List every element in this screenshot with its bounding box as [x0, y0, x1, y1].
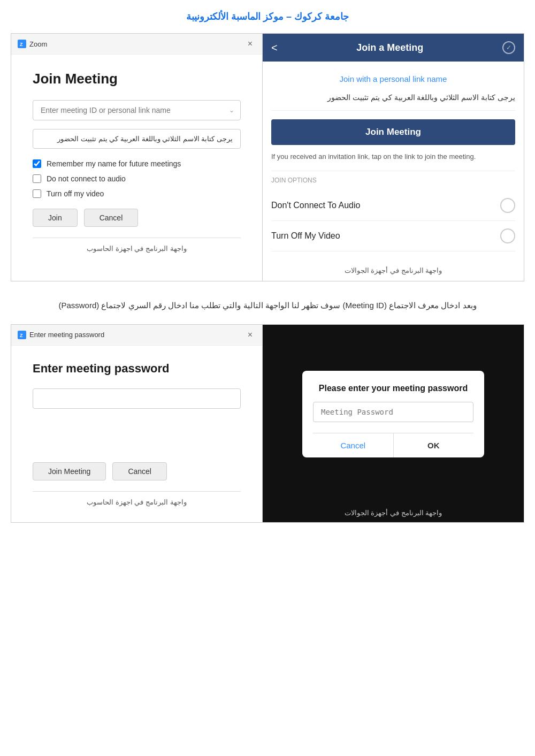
bottom-zoom-icon: Z	[18, 331, 26, 339]
page-header: جامعة كركوك – موكز الماسبة الألكترونيبة	[11, 11, 524, 22]
password-input[interactable]	[33, 388, 241, 409]
bottom-divider	[33, 491, 241, 492]
window-close-button[interactable]: ×	[244, 38, 256, 50]
window-title-text: Zoom	[29, 40, 47, 48]
turn-off-video-toggle[interactable]	[500, 228, 515, 243]
divider	[33, 238, 241, 238]
mobile-password-input[interactable]	[313, 402, 473, 422]
join-options-label: JOIN OPTIONS	[271, 171, 515, 184]
turn-off-video-row: Turn Off My Video	[271, 221, 515, 251]
bottom-window-close-button[interactable]: ×	[244, 329, 256, 341]
action-buttons: Join Cancel	[33, 209, 241, 227]
bottom-cancel-button[interactable]: Cancel	[112, 462, 167, 480]
bottom-window-title-bar: Z Enter meeting password ×	[11, 325, 262, 346]
bottom-mobile-footer-label: واجهة البرنامج في أجهزة الجوالات	[263, 503, 524, 522]
right-mobile-panel: < Join a Meeting ✓ Join with a personal …	[263, 34, 524, 281]
mobile-pwd-section: Please enter your meeting password Cance…	[263, 325, 524, 503]
remember-name-label: Remember my name for future meetings	[47, 159, 181, 168]
turn-off-video-item[interactable]: Turn off my video	[33, 189, 241, 198]
left-bottom-desktop-panel: Z Enter meeting password × Enter meeting…	[11, 325, 263, 522]
mobile-join-meeting-button[interactable]: Join Meeting	[271, 119, 515, 145]
enter-pwd-title: Enter meeting password	[33, 362, 241, 376]
svg-text:Z: Z	[20, 42, 23, 47]
desktop-footer-label: واجهة البرنامج في اجهزة الحاسوب	[33, 245, 241, 253]
left-desktop-panel: Z Zoom × Join Meeting ⌄ يرجى كتابة الاسم…	[11, 34, 263, 281]
middle-description-text: وبعد ادخال معرف الاجتماع (Meeting ID) سو…	[11, 297, 524, 314]
password-dialog: Please enter your meeting password Cance…	[302, 371, 484, 457]
zoom-icon: Z	[18, 40, 26, 48]
bottom-action-buttons: Join Meeting Cancel	[33, 462, 241, 480]
svg-text:Z: Z	[20, 333, 23, 338]
mobile-arabic-instruction: يرجى كتابة الاسم الثلاثي وباللغة العربية…	[271, 93, 515, 111]
right-bottom-mobile-panel: Please enter your meeting password Cance…	[263, 325, 524, 522]
dont-connect-audio-toggle[interactable]	[500, 198, 515, 213]
window-title-bar: Z Zoom ×	[11, 34, 262, 55]
pwd-dialog-buttons: Cancel OK	[313, 433, 473, 457]
mobile-content: Join with a personal link name يرجى كتاب…	[263, 62, 524, 260]
mobile-footer-label: واجهة البرنامج في أجهزة الجوالات	[263, 260, 524, 281]
mobile-header-title: Join a Meeting	[283, 42, 497, 54]
mobile-back-button[interactable]: <	[271, 42, 278, 54]
bottom-section: Z Enter meeting password × Enter meeting…	[11, 324, 524, 523]
join-button[interactable]: Join	[33, 209, 78, 227]
join-meeting-title: Join Meeting	[33, 71, 241, 87]
pwd-ok-button[interactable]: OK	[394, 433, 474, 457]
check-icon: ✓	[502, 41, 515, 54]
dropdown-arrow-icon: ⌄	[229, 106, 234, 114]
bottom-desktop-footer-label: واجهة البرنامج في اجهزة الحاسوب	[33, 498, 241, 506]
pwd-dialog-title: Please enter your meeting password	[313, 384, 473, 393]
bottom-join-meeting-button[interactable]: Join Meeting	[33, 462, 106, 480]
pwd-cancel-button[interactable]: Cancel	[313, 433, 394, 457]
window-title-left: Z Zoom	[18, 40, 47, 48]
personal-link-button[interactable]: Join with a personal link name	[271, 70, 515, 88]
left-bottom-content: Enter meeting password Join Meeting Canc…	[11, 346, 262, 522]
remember-name-checkbox[interactable]	[33, 159, 41, 168]
no-audio-label: Do not connect to audio	[47, 174, 126, 183]
checkbox-group: Remember my name for future meetings Do …	[33, 159, 241, 198]
bottom-window-title-left: Z Enter meeting password	[18, 331, 104, 339]
invitation-note: If you received an invitation link, tap …	[271, 151, 515, 162]
turn-off-video-label: Turn off my video	[47, 189, 104, 198]
top-section: Z Zoom × Join Meeting ⌄ يرجى كتابة الاسم…	[11, 33, 524, 281]
meeting-id-input[interactable]	[33, 100, 241, 120]
no-audio-item[interactable]: Do not connect to audio	[33, 174, 241, 183]
dont-connect-audio-label: Don't Connect To Audio	[271, 201, 360, 210]
turn-off-video-checkbox[interactable]	[33, 189, 41, 198]
remember-name-item[interactable]: Remember my name for future meetings	[33, 159, 241, 168]
turn-off-video-label-mobile: Turn Off My Video	[271, 231, 340, 241]
mobile-header: < Join a Meeting ✓	[263, 34, 524, 62]
left-content: Join Meeting ⌄ يرجى كتابة الاسم الثلاثي …	[11, 55, 262, 269]
bottom-window-title-text: Enter meeting password	[29, 331, 104, 339]
dont-connect-audio-row: Don't Connect To Audio	[271, 190, 515, 221]
meeting-id-wrapper: ⌄	[33, 100, 241, 120]
no-audio-checkbox[interactable]	[33, 174, 41, 183]
page-header-title: جامعة كركوك – موكز الماسبة الألكترونيبة	[186, 11, 349, 22]
arabic-note-text: يرجى كتابة الاسم الثلاثي وباللغة العربية…	[33, 129, 241, 149]
cancel-button[interactable]: Cancel	[84, 209, 139, 227]
